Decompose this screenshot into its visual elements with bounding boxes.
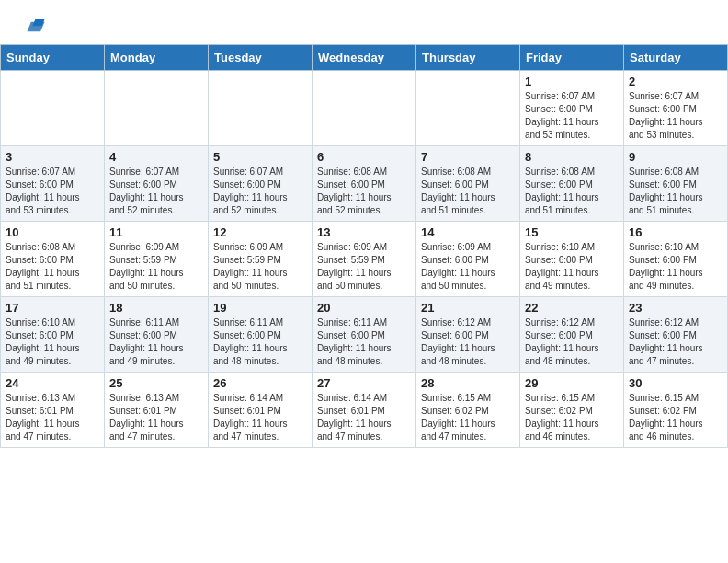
logo-icon	[26, 17, 46, 37]
day-number: 30	[629, 376, 722, 390]
day-info: Sunrise: 6:07 AM Sunset: 6:00 PM Dayligh…	[213, 166, 307, 217]
day-info: Sunrise: 6:07 AM Sunset: 6:00 PM Dayligh…	[525, 90, 619, 142]
day-info: Sunrise: 6:09 AM Sunset: 6:00 PM Dayligh…	[421, 241, 515, 293]
day-number: 19	[213, 301, 307, 315]
day-info: Sunrise: 6:09 AM Sunset: 5:59 PM Dayligh…	[213, 241, 307, 293]
day-number: 17	[6, 301, 99, 315]
day-info: Sunrise: 6:07 AM Sunset: 6:00 PM Dayligh…	[629, 90, 722, 142]
calendar-cell: 17Sunrise: 6:10 AM Sunset: 6:00 PM Dayli…	[1, 297, 105, 373]
calendar-cell: 3Sunrise: 6:07 AM Sunset: 6:00 PM Daylig…	[1, 146, 105, 222]
calendar-cell: 10Sunrise: 6:08 AM Sunset: 6:00 PM Dayli…	[1, 222, 105, 297]
day-info: Sunrise: 6:13 AM Sunset: 6:01 PM Dayligh…	[109, 392, 203, 443]
calendar-week-row: 24Sunrise: 6:13 AM Sunset: 6:01 PM Dayli…	[1, 373, 728, 448]
calendar-cell: 15Sunrise: 6:10 AM Sunset: 6:00 PM Dayli…	[520, 222, 624, 297]
day-info: Sunrise: 6:08 AM Sunset: 6:00 PM Dayligh…	[421, 166, 515, 217]
day-number: 8	[525, 150, 619, 164]
calendar-cell: 5Sunrise: 6:07 AM Sunset: 6:00 PM Daylig…	[209, 146, 313, 222]
calendar-cell: 27Sunrise: 6:14 AM Sunset: 6:01 PM Dayli…	[313, 373, 416, 448]
day-of-week-header: Wednesday	[313, 45, 416, 71]
day-number: 6	[317, 150, 411, 164]
day-number: 7	[421, 150, 515, 164]
calendar-cell	[209, 71, 313, 146]
day-number: 9	[629, 150, 722, 164]
day-info: Sunrise: 6:14 AM Sunset: 6:01 PM Dayligh…	[317, 392, 411, 443]
day-number: 18	[109, 301, 203, 315]
day-number: 5	[213, 150, 307, 164]
day-number: 22	[525, 301, 619, 315]
day-info: Sunrise: 6:07 AM Sunset: 6:00 PM Dayligh…	[6, 166, 99, 217]
calendar-cell: 26Sunrise: 6:14 AM Sunset: 6:01 PM Dayli…	[209, 373, 313, 448]
day-info: Sunrise: 6:10 AM Sunset: 6:00 PM Dayligh…	[6, 316, 99, 368]
day-info: Sunrise: 6:09 AM Sunset: 5:59 PM Dayligh…	[109, 241, 203, 293]
calendar-cell: 2Sunrise: 6:07 AM Sunset: 6:00 PM Daylig…	[624, 71, 728, 146]
day-number: 25	[109, 376, 203, 390]
logo	[22, 17, 46, 37]
calendar-cell: 16Sunrise: 6:10 AM Sunset: 6:00 PM Dayli…	[624, 222, 728, 297]
calendar-cell: 11Sunrise: 6:09 AM Sunset: 5:59 PM Dayli…	[105, 222, 209, 297]
calendar-week-row: 10Sunrise: 6:08 AM Sunset: 6:00 PM Dayli…	[1, 222, 728, 297]
calendar-cell: 1Sunrise: 6:07 AM Sunset: 6:00 PM Daylig…	[520, 71, 624, 146]
day-info: Sunrise: 6:07 AM Sunset: 6:00 PM Dayligh…	[109, 166, 203, 217]
day-info: Sunrise: 6:14 AM Sunset: 6:01 PM Dayligh…	[213, 392, 307, 443]
day-number: 2	[629, 75, 722, 88]
day-number: 12	[213, 225, 307, 239]
day-of-week-header: Friday	[520, 45, 624, 71]
calendar-cell: 12Sunrise: 6:09 AM Sunset: 5:59 PM Dayli…	[209, 222, 313, 297]
day-number: 15	[525, 225, 619, 239]
day-number: 14	[421, 225, 515, 239]
day-number: 28	[421, 376, 515, 390]
day-info: Sunrise: 6:09 AM Sunset: 5:59 PM Dayligh…	[317, 241, 411, 293]
day-info: Sunrise: 6:10 AM Sunset: 6:00 PM Dayligh…	[525, 241, 619, 293]
page-header	[0, 0, 728, 44]
calendar-cell: 18Sunrise: 6:11 AM Sunset: 6:00 PM Dayli…	[105, 297, 209, 373]
day-of-week-header: Thursday	[416, 45, 520, 71]
calendar-cell	[416, 71, 520, 146]
calendar-cell: 25Sunrise: 6:13 AM Sunset: 6:01 PM Dayli…	[105, 373, 209, 448]
calendar-cell: 24Sunrise: 6:13 AM Sunset: 6:01 PM Dayli…	[1, 373, 105, 448]
day-number: 3	[6, 150, 99, 164]
calendar-cell	[105, 71, 209, 146]
day-info: Sunrise: 6:08 AM Sunset: 6:00 PM Dayligh…	[525, 166, 619, 217]
day-number: 24	[6, 376, 99, 390]
calendar-cell: 9Sunrise: 6:08 AM Sunset: 6:00 PM Daylig…	[624, 146, 728, 222]
day-info: Sunrise: 6:08 AM Sunset: 6:00 PM Dayligh…	[317, 166, 411, 217]
day-number: 1	[525, 75, 619, 88]
calendar-cell	[313, 71, 416, 146]
day-number: 4	[109, 150, 203, 164]
day-info: Sunrise: 6:11 AM Sunset: 6:00 PM Dayligh…	[213, 316, 307, 368]
day-info: Sunrise: 6:15 AM Sunset: 6:02 PM Dayligh…	[421, 392, 515, 443]
day-info: Sunrise: 6:12 AM Sunset: 6:00 PM Dayligh…	[421, 316, 515, 368]
day-info: Sunrise: 6:12 AM Sunset: 6:00 PM Dayligh…	[525, 316, 619, 368]
day-number: 11	[109, 225, 203, 239]
calendar-cell: 28Sunrise: 6:15 AM Sunset: 6:02 PM Dayli…	[416, 373, 520, 448]
calendar-cell: 6Sunrise: 6:08 AM Sunset: 6:00 PM Daylig…	[313, 146, 416, 222]
day-number: 13	[317, 225, 411, 239]
calendar-cell: 29Sunrise: 6:15 AM Sunset: 6:02 PM Dayli…	[520, 373, 624, 448]
calendar-cell: 13Sunrise: 6:09 AM Sunset: 5:59 PM Dayli…	[313, 222, 416, 297]
day-of-week-header: Sunday	[1, 45, 105, 71]
calendar-cell: 22Sunrise: 6:12 AM Sunset: 6:00 PM Dayli…	[520, 297, 624, 373]
calendar-week-row: 3Sunrise: 6:07 AM Sunset: 6:00 PM Daylig…	[1, 146, 728, 222]
calendar-cell	[1, 71, 105, 146]
day-info: Sunrise: 6:10 AM Sunset: 6:00 PM Dayligh…	[629, 241, 722, 293]
day-info: Sunrise: 6:11 AM Sunset: 6:00 PM Dayligh…	[109, 316, 203, 368]
day-number: 26	[213, 376, 307, 390]
calendar-cell: 30Sunrise: 6:15 AM Sunset: 6:02 PM Dayli…	[624, 373, 728, 448]
day-number: 27	[317, 376, 411, 390]
day-info: Sunrise: 6:15 AM Sunset: 6:02 PM Dayligh…	[629, 392, 722, 443]
calendar-cell: 20Sunrise: 6:11 AM Sunset: 6:00 PM Dayli…	[313, 297, 416, 373]
day-info: Sunrise: 6:11 AM Sunset: 6:00 PM Dayligh…	[317, 316, 411, 368]
day-number: 21	[421, 301, 515, 315]
calendar-week-row: 1Sunrise: 6:07 AM Sunset: 6:00 PM Daylig…	[1, 71, 728, 146]
calendar-week-row: 17Sunrise: 6:10 AM Sunset: 6:00 PM Dayli…	[1, 297, 728, 373]
day-number: 29	[525, 376, 619, 390]
calendar-cell: 8Sunrise: 6:08 AM Sunset: 6:00 PM Daylig…	[520, 146, 624, 222]
calendar-header-row: SundayMondayTuesdayWednesdayThursdayFrid…	[1, 45, 728, 71]
day-number: 16	[629, 225, 722, 239]
calendar-cell: 23Sunrise: 6:12 AM Sunset: 6:00 PM Dayli…	[624, 297, 728, 373]
calendar-cell: 14Sunrise: 6:09 AM Sunset: 6:00 PM Dayli…	[416, 222, 520, 297]
calendar-cell: 4Sunrise: 6:07 AM Sunset: 6:00 PM Daylig…	[105, 146, 209, 222]
day-info: Sunrise: 6:12 AM Sunset: 6:00 PM Dayligh…	[629, 316, 722, 368]
day-of-week-header: Saturday	[624, 45, 728, 71]
calendar-cell: 7Sunrise: 6:08 AM Sunset: 6:00 PM Daylig…	[416, 146, 520, 222]
